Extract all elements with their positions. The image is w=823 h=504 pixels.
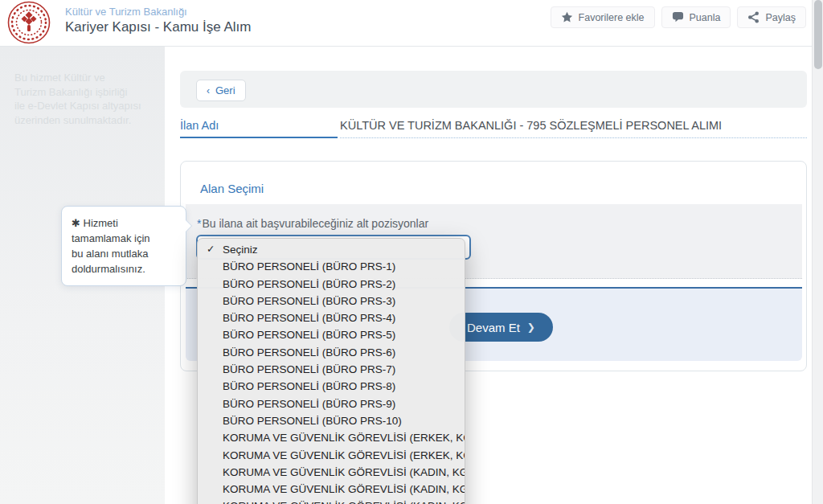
scrollbar-track[interactable]: [812, 0, 823, 504]
dropdown-option-label: KORUMA VE GÜVENLİK GÖREVLİSİ (KADIN, KGG…: [223, 500, 465, 504]
rate-button[interactable]: Puanla: [661, 6, 731, 28]
share-icon: [747, 11, 760, 23]
ministry-logo: [7, 1, 51, 44]
star-icon: [561, 11, 573, 23]
announcement-underline: [180, 137, 338, 138]
announcement-label: İlan Adı: [180, 119, 219, 132]
position-field-label: *Bu ilana ait başvurabileceğiniz alt poz…: [197, 217, 428, 230]
dropdown-option[interactable]: KORUMA VE GÜVENLİK GÖREVLİSİ (KADIN, KGG…: [198, 464, 465, 481]
add-favorite-button[interactable]: Favorilere ekle: [551, 6, 655, 28]
chevron-left-icon: ‹: [207, 85, 210, 96]
dropdown-option[interactable]: ✓ Seçiniz: [198, 241, 465, 258]
dropdown-option[interactable]: KORUMA VE GÜVENLİK GÖREVLİSİ (KADIN, KGG…: [198, 498, 465, 504]
tooltip-line: bu alanı mutlaka: [72, 246, 176, 261]
dropdown-option-label: BÜRO PERSONELİ (BÜRO PRS-9): [223, 398, 395, 410]
dropdown-option[interactable]: KORUMA VE GÜVENLİK GÖREVLİSİ (ERKEK, KGG…: [198, 429, 465, 446]
dropdown-option[interactable]: BÜRO PERSONELİ (BÜRO PRS-6): [198, 344, 465, 361]
dropdown-option[interactable]: BÜRO PERSONELİ (BÜRO PRS-9): [198, 395, 465, 412]
app-title: Kariyer Kapısı - Kamu İşe Alım: [65, 19, 251, 35]
tooltip-line: ✱ Hizmeti tamamlamak için: [72, 215, 176, 246]
dropdown-option-label: KORUMA VE GÜVENLİK GÖREVLİSİ (KADIN, KGG…: [223, 466, 465, 478]
checkmark-icon: ✓: [207, 241, 219, 258]
back-button[interactable]: ‹ Geri: [196, 80, 246, 101]
position-field-label-text: Bu ilana ait başvurabileceğiniz alt pozi…: [202, 217, 428, 230]
dropdown-option[interactable]: BÜRO PERSONELİ (BÜRO PRS-4): [198, 309, 465, 326]
dropdown-option-label: BÜRO PERSONELİ (BÜRO PRS-10): [223, 415, 402, 427]
dropdown-option-label: BÜRO PERSONELİ (BÜRO PRS-2): [223, 278, 395, 290]
chevron-right-icon: ❯: [527, 322, 535, 333]
dropdown-option[interactable]: BÜRO PERSONELİ (BÜRO PRS-7): [198, 361, 465, 378]
dropdown-option[interactable]: BÜRO PERSONELİ (BÜRO PRS-2): [198, 276, 465, 293]
service-info-line: ile e-Devlet Kapısı altyapısı: [14, 99, 159, 113]
announcement-underline-dotted: [340, 137, 807, 138]
dropdown-option-label: BÜRO PERSONELİ (BÜRO PRS-6): [223, 346, 395, 359]
share-button[interactable]: Paylaş: [737, 6, 806, 28]
dropdown-option-label: Seçiniz: [223, 244, 258, 256]
comment-icon: [672, 11, 684, 23]
back-button-label: Geri: [215, 84, 235, 96]
ministry-name: Kültür ve Turizm Bakanlığı: [65, 6, 187, 18]
dropdown-option-label: KORUMA VE GÜVENLİK GÖREVLİSİ (ERKEK, KGG…: [223, 432, 465, 444]
position-dropdown-menu: ✓ Seçiniz BÜRO PERSONELİ (BÜRO PRS-1) BÜ…: [197, 238, 465, 504]
dropdown-option-label: BÜRO PERSONELİ (BÜRO PRS-3): [223, 295, 395, 307]
section-title: Alan Seçimi: [200, 182, 264, 195]
dropdown-option-label: BÜRO PERSONELİ (BÜRO PRS-1): [223, 260, 395, 272]
scrollbar-thumb[interactable]: [814, 0, 822, 69]
service-info-text: Bu hizmet Kültür veTurizm Bakanlığı işbi…: [14, 71, 159, 127]
dropdown-option[interactable]: KORUMA VE GÜVENLİK GÖREVLİSİ (ERKEK, KGG…: [198, 447, 465, 464]
dropdown-option-label: BÜRO PERSONELİ (BÜRO PRS-4): [223, 312, 395, 324]
dropdown-option[interactable]: BÜRO PERSONELİ (BÜRO PRS-10): [198, 412, 465, 429]
dropdown-option-label: KORUMA VE GÜVENLİK GÖREVLİSİ (KADIN, KGG…: [223, 483, 465, 495]
add-favorite-label: Favorilere ekle: [579, 12, 645, 23]
continue-button-label: Devam Et: [467, 321, 520, 334]
tooltip-line: doldurmalısınız.: [72, 261, 176, 277]
service-info-line: Turizm Bakanlığı işbirliği: [14, 85, 159, 100]
dropdown-option[interactable]: BÜRO PERSONELİ (BÜRO PRS-1): [198, 258, 465, 275]
dropdown-option[interactable]: BÜRO PERSONELİ (BÜRO PRS-3): [198, 293, 465, 309]
required-field-tooltip: ✱ Hizmeti tamamlamak içinbu alanı mutlak…: [61, 206, 186, 286]
dropdown-option-label: BÜRO PERSONELİ (BÜRO PRS-8): [223, 380, 395, 392]
dropdown-option[interactable]: BÜRO PERSONELİ (BÜRO PRS-8): [198, 378, 465, 395]
header: Kültür ve Turizm Bakanlığı Kariyer Kapıs…: [0, 0, 823, 47]
header-actions: Favorilere ekle Puanla Paylaş: [551, 6, 806, 28]
page: Kültür ve Turizm Bakanlığı Kariyer Kapıs…: [0, 0, 823, 504]
dropdown-option[interactable]: KORUMA VE GÜVENLİK GÖREVLİSİ (KADIN, KGG…: [198, 481, 465, 498]
dropdown-option-label: BÜRO PERSONELİ (BÜRO PRS-7): [223, 363, 395, 375]
dropdown-option-label: BÜRO PERSONELİ (BÜRO PRS-5): [223, 329, 395, 341]
share-label: Paylaş: [765, 12, 796, 23]
announcement-value: KÜLTÜR VE TURİZM BAKANLIĞI - 795 SÖZLEŞM…: [340, 119, 722, 132]
dropdown-option[interactable]: BÜRO PERSONELİ (BÜRO PRS-5): [198, 326, 465, 343]
rate-label: Puanla: [690, 12, 721, 23]
service-info-line: Bu hizmet Kültür ve: [14, 71, 159, 85]
dropdown-option-label: KORUMA VE GÜVENLİK GÖREVLİSİ (ERKEK, KGG…: [223, 449, 465, 461]
service-info-line: üzerinden sunulmaktadır.: [14, 113, 159, 128]
top-toolbar: ‹ Geri: [180, 71, 807, 108]
